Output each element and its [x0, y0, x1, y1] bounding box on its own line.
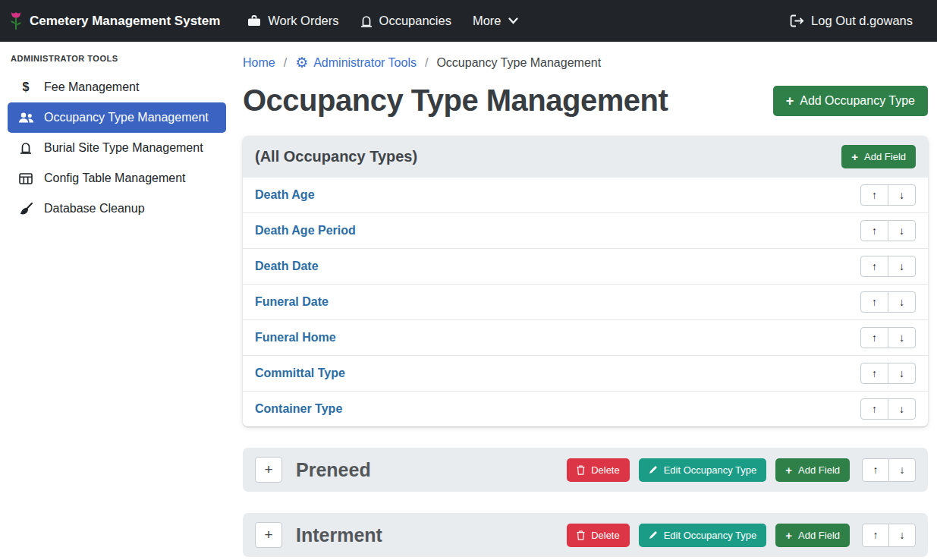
- add-field-button[interactable]: + Add Field: [775, 524, 850, 547]
- sidebar-item-fee-management[interactable]: $ Fee Management: [8, 72, 226, 102]
- sidebar-item-occupancy-type-management[interactable]: Occupancy Type Management: [8, 102, 226, 133]
- move-up-button[interactable]: ↑: [860, 256, 888, 277]
- add-field-label: Add Field: [798, 530, 840, 541]
- field-link[interactable]: Death Age Period: [255, 224, 356, 238]
- move-up-button[interactable]: ↑: [860, 363, 888, 384]
- page-layout: ADMINISTRATOR TOOLS $ Fee Management Occ…: [0, 42, 937, 560]
- tulip-logo-icon: [9, 11, 23, 31]
- reorder-controls: ↑ ↓: [862, 458, 916, 482]
- nav-more-label: More: [473, 14, 502, 28]
- field-row: Funeral Home ↑ ↓: [243, 320, 928, 356]
- plus-icon: +: [851, 151, 858, 162]
- move-up-button[interactable]: ↑: [860, 398, 888, 420]
- logout-button[interactable]: Log Out d.gowans: [779, 8, 923, 34]
- logout-icon: [790, 14, 804, 27]
- field-link[interactable]: Container Type: [255, 402, 342, 416]
- breadcrumb-separator: /: [425, 56, 428, 70]
- work-orders-icon: [247, 15, 261, 27]
- dollar-icon: $: [17, 80, 34, 94]
- section-preneed: + Preneed Delete: [243, 448, 928, 492]
- app-brand[interactable]: Cemetery Management System: [9, 11, 220, 31]
- page-header: Occupancy Type Management + Add Occupanc…: [243, 83, 928, 118]
- move-down-button[interactable]: ↓: [888, 363, 916, 384]
- card-header: (All Occupancy Types) + Add Field: [243, 136, 928, 178]
- plus-icon: +: [785, 530, 792, 541]
- breadcrumb-home[interactable]: Home: [243, 56, 275, 70]
- add-occupancy-type-label: Add Occupancy Type: [800, 94, 915, 108]
- reorder-controls: ↑ ↓: [860, 256, 916, 277]
- page-title: Occupancy Type Management: [243, 83, 668, 118]
- trash-icon: [577, 530, 585, 540]
- sidebar-item-label: Burial Site Type Management: [44, 141, 203, 155]
- field-row: Death Age ↑ ↓: [243, 178, 928, 213]
- field-link[interactable]: Committal Type: [255, 367, 345, 380]
- delete-button[interactable]: Delete: [567, 524, 630, 547]
- move-up-button[interactable]: ↑: [860, 291, 888, 313]
- move-down-button[interactable]: ↓: [888, 291, 916, 313]
- trash-icon: [577, 465, 585, 475]
- reorder-controls: ↑ ↓: [860, 220, 916, 241]
- broom-icon: [17, 203, 34, 216]
- field-link[interactable]: Funeral Home: [255, 331, 336, 344]
- add-occupancy-type-button[interactable]: + Add Occupancy Type: [773, 86, 928, 116]
- sidebar-item-config-table-management[interactable]: Config Table Management: [8, 163, 226, 193]
- reorder-controls: ↑ ↓: [860, 398, 916, 420]
- reorder-controls: ↑ ↓: [860, 184, 916, 206]
- move-down-button[interactable]: ↓: [888, 327, 916, 348]
- move-down-button[interactable]: ↓: [888, 524, 916, 547]
- edit-occupancy-type-button[interactable]: Edit Occupancy Type: [639, 524, 767, 547]
- all-occupancy-types-card: (All Occupancy Types) + Add Field Death …: [243, 136, 928, 426]
- move-up-button[interactable]: ↑: [860, 184, 888, 206]
- reorder-controls: ↑ ↓: [862, 524, 916, 547]
- pencil-icon: [649, 530, 658, 540]
- move-down-button[interactable]: ↓: [888, 256, 916, 277]
- plus-icon: +: [786, 94, 794, 108]
- plus-icon: +: [785, 464, 792, 476]
- section-title: Interment: [296, 524, 567, 546]
- pencil-icon: [649, 465, 658, 474]
- add-field-label: Add Field: [864, 151, 906, 162]
- delete-label: Delete: [591, 464, 620, 476]
- nav-occupancies[interactable]: Occupancies: [350, 8, 462, 34]
- breadcrumb-current: Occupancy Type Management: [436, 56, 601, 70]
- move-up-button[interactable]: ↑: [860, 327, 888, 348]
- gear-icon: ⚙: [295, 55, 308, 70]
- field-row: Funeral Date ↑ ↓: [243, 285, 928, 320]
- add-field-button[interactable]: + Add Field: [841, 145, 916, 168]
- headstone-icon: [360, 15, 373, 27]
- reorder-controls: ↑ ↓: [860, 327, 916, 348]
- nav-work-orders[interactable]: Work Orders: [237, 8, 349, 34]
- move-down-button[interactable]: ↓: [888, 184, 916, 206]
- field-row: Death Date ↑ ↓: [243, 249, 928, 285]
- edit-occupancy-type-button[interactable]: Edit Occupancy Type: [639, 458, 767, 482]
- sidebar-item-database-cleanup[interactable]: Database Cleanup: [8, 193, 226, 224]
- move-up-button[interactable]: ↑: [862, 458, 889, 482]
- delete-button[interactable]: Delete: [567, 458, 630, 482]
- expand-button[interactable]: +: [255, 522, 282, 548]
- move-down-button[interactable]: ↓: [888, 220, 916, 241]
- move-down-button[interactable]: ↓: [888, 458, 916, 482]
- add-field-button[interactable]: + Add Field: [775, 458, 850, 482]
- reorder-controls: ↑ ↓: [860, 363, 916, 384]
- sidebar-item-burial-site-type-management[interactable]: Burial Site Type Management: [8, 133, 226, 163]
- move-down-button[interactable]: ↓: [888, 398, 916, 420]
- delete-label: Delete: [591, 530, 620, 541]
- sidebar-item-label: Fee Management: [44, 80, 139, 94]
- nav-work-orders-label: Work Orders: [268, 14, 338, 28]
- field-row: Death Age Period ↑ ↓: [243, 213, 928, 249]
- expand-button[interactable]: +: [255, 457, 282, 483]
- field-link[interactable]: Death Date: [255, 260, 319, 273]
- sidebar-item-label: Config Table Management: [44, 171, 186, 185]
- logout-label: Log Out d.gowans: [811, 14, 913, 28]
- move-up-button[interactable]: ↑: [862, 524, 889, 547]
- chevron-down-icon: [508, 17, 518, 24]
- sidebar-heading: ADMINISTRATOR TOOLS: [8, 54, 226, 72]
- breadcrumb-administrator-tools[interactable]: ⚙ Administrator Tools: [295, 55, 417, 70]
- breadcrumb-separator: /: [284, 56, 287, 70]
- headstone-icon: [17, 142, 34, 154]
- nav-more[interactable]: More: [462, 8, 529, 34]
- field-link[interactable]: Funeral Date: [255, 295, 329, 309]
- field-link[interactable]: Death Age: [255, 188, 315, 202]
- main-nav: Work Orders Occupancies More: [237, 8, 528, 34]
- move-up-button[interactable]: ↑: [860, 220, 888, 241]
